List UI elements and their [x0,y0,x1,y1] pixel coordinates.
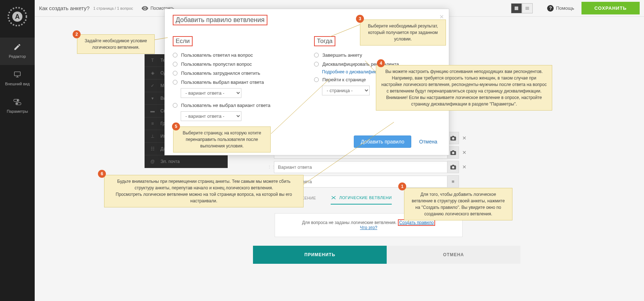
add-rule-button[interactable]: Добавить правило [354,136,411,148]
drag-handle-icon[interactable]: ⋮⋮ [267,166,274,168]
save-button[interactable]: СОХРАНИТЬ [581,2,640,14]
callout-1: Для того, чтобы добавить логическое ветв… [404,188,512,220]
help-icon: ? [547,5,554,12]
modal-title: Добавить правило ветвления [173,15,267,25]
condition-radio[interactable]: Пользователь пропустил вопрос [173,60,300,69]
toggles-icon [13,98,22,106]
app-logo: A [7,7,27,27]
if-column: Если Пользователь ответил на вопрос Поль… [173,36,300,121]
delete-answer-button[interactable]: ✕ [459,150,470,155]
view-grid-button[interactable] [511,3,522,13]
pencil-icon [13,43,22,51]
qtype-row[interactable]: @Эл. почта [145,155,228,168]
condition-radio[interactable]: Пользователь ответил на вопрос [173,51,300,60]
cancel-bottom-button[interactable]: ОТМЕНА [387,246,520,264]
sidebar-item-params[interactable]: Параметры [0,93,35,120]
result-radio[interactable]: Завершить анкету [314,51,441,60]
callout-6: Будьте внимательны при перемещении стран… [104,175,304,207]
callout-badge-3: 3 [356,15,364,23]
svg-point-5 [16,103,18,105]
callout-badge-6: 6 [98,170,106,178]
callout-5: Выберите страницу, на которую хотите пер… [173,126,271,152]
if-heading: Если [173,36,193,46]
condition-radio[interactable]: Пользователь выбрал вариант ответа [173,78,300,87]
sidebar-item-appearance[interactable]: Внешний вид [0,65,35,93]
answer-option-select-2[interactable]: - вариант ответа - [181,111,241,121]
page-subtitle: 1 страница / 1 вопрос [93,6,133,10]
callout-3: Выберите необходимый результат, который … [360,20,446,46]
left-sidebar: A Редактор Внешний вид Параметры [0,0,35,301]
callout-4: Вы можете настроить функцию отсеивания н… [376,65,552,111]
camera-icon[interactable] [447,161,459,173]
svg-rect-6 [515,7,518,10]
answer-option-select-1[interactable]: - вариант ответа - [181,88,241,98]
logo-letter: A [12,12,22,22]
callout-badge-5: 5 [172,122,180,130]
delete-answer-button[interactable]: ✕ [459,135,470,141]
monitor-icon [13,70,22,79]
apply-button[interactable]: ПРИМЕНИТЬ [253,246,387,264]
cancel-modal-button[interactable]: Отмена [416,136,441,147]
then-heading: Тогда [314,36,335,46]
page-select[interactable]: - страница - [322,86,370,95]
list-icon[interactable]: ≡ [447,175,459,188]
callout-2: Задайте необходимое условие логического … [77,34,155,54]
page-title: Как создать анкету? [39,5,90,11]
eye-icon [142,6,148,10]
delete-answer-button[interactable]: ✕ [459,164,470,170]
svg-point-3 [17,100,19,102]
view-mode-group [511,3,533,13]
branch-icon [331,195,336,200]
view-list-button[interactable] [522,3,533,13]
answer-input[interactable] [274,161,447,173]
bottom-actions: ПРИМЕНИТЬ ОТМЕНА [253,246,520,264]
callout-badge-1: 1 [398,182,406,190]
help-link[interactable]: ? Помощь [547,5,574,12]
svg-rect-1 [14,72,21,76]
callout-badge-4: 4 [377,59,385,67]
condition-radio[interactable]: Пользователь не выбрал вариант ответа [173,101,300,110]
condition-radio[interactable]: Пользователь затруднился ответить [173,69,300,78]
what-is-this-link[interactable]: Что это? [360,225,377,230]
answer-row: ⋮⋮ ✕ [267,161,470,173]
sidebar-item-editor[interactable]: Редактор [0,38,35,65]
callout-badge-2: 2 [73,30,81,38]
subtab-logic[interactable]: ЛОГИЧЕСКИЕ ВЕТВЛЕНИ [331,195,392,205]
